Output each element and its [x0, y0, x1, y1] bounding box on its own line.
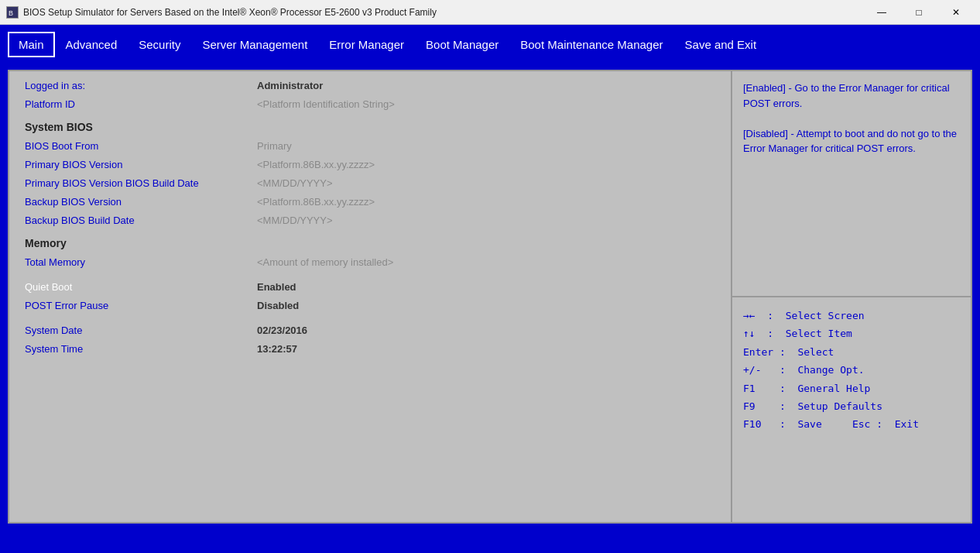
svg-text:B: B [9, 9, 13, 17]
keybind-select-screen: →← : Select Screen [743, 307, 960, 325]
app-icon: B [6, 6, 19, 19]
window-controls: — □ ✕ [864, 0, 974, 25]
system-date-value: 02/23/2016 [257, 325, 307, 336]
keybind-change-opt: +/- : Change Opt. [743, 361, 960, 379]
tab-boot-manager[interactable]: Boot Manager [415, 32, 509, 57]
primary-bios-build-date-label: Primary BIOS Version BIOS Build Date [25, 177, 257, 189]
system-time-label: System Time [25, 343, 257, 355]
post-error-pause-label: POST Error Pause [25, 300, 257, 311]
nav-bar: Main Advanced Security Server Management… [0, 25, 980, 64]
tab-error-manager[interactable]: Error Manager [318, 32, 415, 57]
quiet-boot-label: Quiet Boot [25, 281, 257, 293]
primary-bios-version-value: <Platform.86B.xx.yy.zzzz> [257, 159, 375, 170]
bottom-bar [0, 530, 980, 553]
keybind-f10-esc: F10 : Save Esc : Exit [743, 415, 960, 433]
keybind-f9: F9 : Setup Defaults [743, 397, 960, 415]
system-bios-header: System BIOS [25, 121, 715, 133]
help-text-box: [Enabled] - Go to the Error Manager for … [732, 71, 971, 297]
tab-boot-maintenance-manager[interactable]: Boot Maintenance Manager [509, 32, 673, 57]
post-error-pause-row[interactable]: POST Error Pause Disabled [25, 296, 715, 314]
backup-bios-version-value: <Platform.86B.xx.yy.zzzz> [257, 196, 375, 208]
keybind-f1: F1 : General Help [743, 380, 960, 397]
system-time-value: 13:22:57 [257, 343, 297, 355]
backup-bios-version-row[interactable]: Backup BIOS Version <Platform.86B.xx.yy.… [25, 192, 715, 211]
logged-in-row: Logged in as: Administrator [25, 76, 715, 94]
keybind-box: →← : Select Screen ↑↓ : Select Item Ente… [732, 297, 971, 522]
quiet-boot-value: Enabled [257, 281, 296, 293]
main-panel: Logged in as: Administrator Platform ID … [8, 70, 732, 524]
total-memory-label: Total Memory [25, 256, 257, 268]
primary-bios-version-row[interactable]: Primary BIOS Version <Platform.86B.xx.yy… [25, 155, 715, 173]
primary-bios-build-date-row[interactable]: Primary BIOS Version BIOS Build Date <MM… [25, 173, 715, 192]
right-panel: [Enabled] - Go to the Error Manager for … [732, 70, 972, 524]
primary-bios-version-label: Primary BIOS Version [25, 159, 257, 170]
window-title: BIOS Setup Simulator for Servers Based o… [23, 7, 437, 18]
tab-advanced[interactable]: Advanced [55, 32, 128, 57]
primary-bios-build-date-value: <MM/DD/YYYY> [257, 177, 333, 189]
platform-id-label: Platform ID [25, 98, 257, 110]
memory-header: Memory [25, 237, 715, 249]
bios-boot-from-label: BIOS Boot From [25, 140, 257, 152]
close-button[interactable]: ✕ [938, 0, 974, 25]
maximize-button[interactable]: □ [901, 0, 937, 25]
system-date-label: System Date [25, 325, 257, 336]
tab-security[interactable]: Security [128, 32, 191, 57]
backup-bios-version-label: Backup BIOS Version [25, 196, 257, 208]
form-section: Logged in as: Administrator Platform ID … [9, 71, 731, 362]
minimize-button[interactable]: — [864, 0, 899, 25]
title-bar: B BIOS Setup Simulator for Servers Based… [0, 0, 980, 25]
post-error-pause-value: Disabled [257, 300, 299, 311]
backup-bios-build-date-row[interactable]: Backup BIOS Build Date <MM/DD/YYYY> [25, 211, 715, 229]
tab-server-management[interactable]: Server Management [191, 32, 318, 57]
logged-in-label: Logged in as: [25, 80, 257, 91]
platform-id-row[interactable]: Platform ID <Platform Identification Str… [25, 94, 715, 113]
backup-bios-build-date-label: Backup BIOS Build Date [25, 215, 257, 226]
content-area: Logged in as: Administrator Platform ID … [0, 64, 980, 530]
quiet-boot-row[interactable]: Quiet Boot Enabled [25, 277, 715, 296]
bios-boot-from-value: Primary [257, 140, 292, 152]
keybind-select-item: ↑↓ : Select Item [743, 325, 960, 342]
bios-boot-from-row[interactable]: BIOS Boot From Primary [25, 136, 715, 155]
logged-in-value: Administrator [257, 80, 323, 91]
help-text: [Enabled] - Go to the Error Manager for … [743, 81, 960, 156]
tab-main[interactable]: Main [8, 32, 55, 57]
system-date-row[interactable]: System Date 02/23/2016 [25, 321, 715, 339]
total-memory-value: <Amount of memory installed> [257, 256, 393, 268]
tab-save-and-exit[interactable]: Save and Exit [674, 32, 768, 57]
keybind-enter: Enter : Select [743, 343, 960, 361]
platform-id-value: <Platform Identification String> [257, 98, 395, 110]
title-bar-left: B BIOS Setup Simulator for Servers Based… [6, 6, 437, 19]
system-time-row[interactable]: System Time 13:22:57 [25, 339, 715, 358]
total-memory-row[interactable]: Total Memory <Amount of memory installed… [25, 252, 715, 271]
backup-bios-build-date-value: <MM/DD/YYYY> [257, 215, 333, 226]
